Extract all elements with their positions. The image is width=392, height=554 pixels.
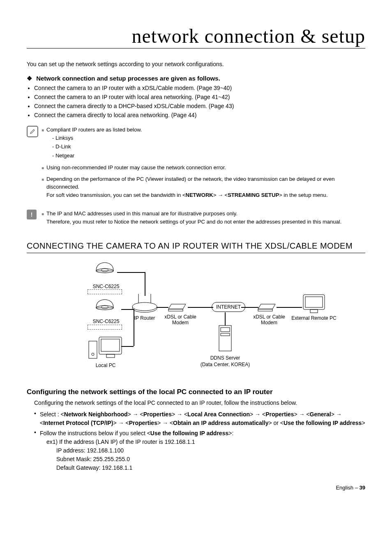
example-mask: Subnet Mask: 255.255.255.0	[40, 455, 365, 464]
note-text: Compliant IP routers are as listed below…	[46, 127, 142, 133]
example-header: ex1) If the address (LAN IP) of the IP r…	[40, 438, 365, 446]
section-heading: CONNECTING THE CAMERA TO AN IP ROUTER WI…	[27, 240, 365, 253]
sub-section-heading: Configuring the network settings of the …	[27, 388, 365, 396]
note-text: Using non-recommended IP router may caus…	[46, 164, 365, 172]
modem-label: xDSL or Cable Modem	[249, 314, 290, 325]
exclamation-icon: !	[27, 210, 37, 219]
network-diagram: SNC-C6225 SNC-C6225 Local PC IP Router	[48, 260, 344, 383]
pencil-note-icon	[27, 126, 38, 137]
bullet-icon: •	[34, 429, 40, 472]
svg-rect-20	[221, 333, 230, 336]
modem-icon	[166, 301, 188, 313]
sub-heading: ❖ Network connection and setup processes…	[27, 75, 365, 82]
router-item: - Netgear	[52, 152, 365, 160]
router-item: - D-Link	[52, 143, 365, 151]
page-number: 39	[360, 485, 365, 491]
square-bullet-icon: ■	[42, 210, 46, 226]
svg-point-5	[92, 353, 94, 355]
router-item: - Linksys	[52, 134, 365, 142]
svg-rect-17	[310, 309, 318, 313]
ddns-sub-label: (Data Center, KOREA)	[196, 362, 254, 367]
svg-rect-19	[221, 328, 230, 332]
list-item: Connect the camera directly to a DHCP-ba…	[34, 103, 365, 109]
list-item: Connect the camera directly to local are…	[34, 112, 365, 118]
square-bullet-icon: ■	[42, 126, 46, 160]
note-text: The IP and MAC addresses used in this ma…	[46, 210, 365, 226]
page-title: network connection & setup	[27, 25, 365, 48]
select-path-text: Select : <Network Neighborhood> → <Prope…	[40, 410, 365, 427]
example-ip: IP address: 192.168.1.100	[40, 446, 365, 455]
svg-rect-6	[99, 337, 122, 354]
square-bullet-icon: ■	[42, 164, 46, 172]
note-block-info: ■ Compliant IP routers are as listed bel…	[27, 126, 365, 202]
internet-cloud: INTERNET	[212, 302, 245, 312]
modem-label: xDSL or Cable Modem	[160, 314, 201, 325]
router-label: IP Router	[132, 315, 157, 321]
sub-heading-text: Network connection and setup processes a…	[36, 75, 220, 82]
svg-rect-4	[89, 341, 97, 358]
svg-rect-8	[106, 354, 115, 358]
note-text: Depending on the performance of the PC (…	[46, 175, 365, 199]
config-intro: Configuring the network settings of the …	[27, 399, 365, 406]
svg-rect-14	[258, 309, 272, 311]
local-pc-label: Local PC	[89, 362, 122, 368]
camera-label: SNC-C6225	[88, 319, 125, 324]
pc-icon	[87, 333, 124, 362]
intro-text: You can set up the network settings acco…	[27, 61, 365, 67]
bullet-icon: •	[34, 410, 40, 427]
list-item: Connect the camera to an IP router with …	[34, 94, 365, 100]
svg-rect-13	[168, 309, 183, 311]
example-gateway: Default Gateway: 192.168.1.1	[40, 464, 365, 472]
footer-lang: English –	[336, 485, 357, 491]
camera-icon	[92, 297, 117, 314]
svg-rect-7	[101, 339, 120, 351]
note-block-warning: ! ■ The IP and MAC addresses used in thi…	[27, 210, 365, 229]
camera-label: SNC-C6225	[88, 284, 125, 289]
remote-pc-label: External Remote PC	[291, 315, 337, 321]
follow-instructions-text: Follow the instructions below if you sel…	[40, 429, 365, 472]
page-footer: English – 39	[27, 485, 365, 491]
main-bullet-list: Connect the camera to an IP router with …	[27, 85, 365, 118]
ddns-label: DDNS Server	[205, 355, 246, 361]
camera-icon	[92, 260, 117, 277]
diamond-icon: ❖	[27, 75, 32, 82]
list-item: Connect the camera to an IP router with …	[34, 85, 365, 91]
svg-rect-16	[305, 297, 323, 307]
square-bullet-icon: ■	[42, 175, 46, 199]
modem-icon	[256, 301, 277, 313]
svg-point-12	[132, 302, 157, 311]
monitor-icon	[301, 293, 327, 315]
